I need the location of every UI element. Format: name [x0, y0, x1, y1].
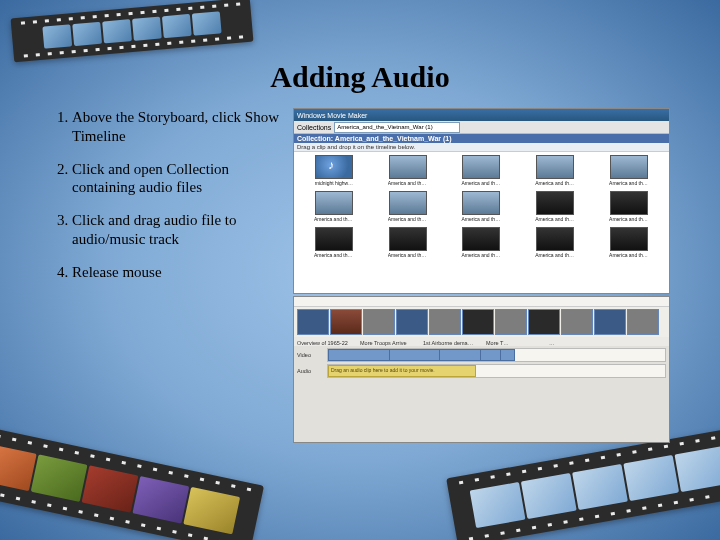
tl-storyboard-clip[interactable]: [594, 309, 626, 335]
tl-video-label: Video: [297, 352, 327, 358]
tl-storyboard-clip[interactable]: [396, 309, 428, 335]
mm-thumb[interactable]: America and the Vietna…: [520, 155, 590, 189]
music-icon: [315, 155, 353, 179]
step-2: Click and open Collection containing aud…: [72, 160, 285, 198]
step-4: Release mouse: [72, 263, 285, 282]
mm-collection-combo[interactable]: America_and_the_Vietnam_War (1): [334, 122, 460, 133]
step-3: Click and drag audio file to audio/music…: [72, 211, 285, 249]
tl-storyboard-clip[interactable]: [561, 309, 593, 335]
mm-thumb[interactable]: America and the Vietna…: [520, 227, 590, 261]
mm-thumb[interactable]: America and the Vietna…: [373, 155, 443, 189]
mm-thumb[interactable]: America and the Vietna…: [373, 191, 443, 225]
tl-storyboard-clip[interactable]: [495, 309, 527, 335]
slide-title: Adding Audio: [50, 60, 670, 94]
mm-thumb[interactable]: America and the Vietna…: [520, 191, 590, 225]
mm-toolbar-label: Collections: [297, 124, 331, 131]
tl-audio-label: Audio: [297, 368, 327, 374]
tl-audio-placeholder[interactable]: Drag an audio clip here to add it to you…: [328, 365, 476, 377]
moviemaker-timeline-screenshot: Overview of 1965-22 More Troops Arrive 1…: [293, 296, 670, 443]
steps-list: Above the Storyboard, click Show Timelin…: [50, 108, 285, 443]
tl-storyboard-clip[interactable]: [528, 309, 560, 335]
tl-storyboard-clip[interactable]: [330, 309, 362, 335]
mm-thumb[interactable]: America and the Vietna…: [594, 191, 664, 225]
mm-thumbnails-grid: midnight highw… America and the Vietna… …: [294, 152, 669, 293]
step-1: Above the Storyboard, click Show Timelin…: [72, 108, 285, 146]
mm-thumb-audio[interactable]: midnight highw…: [299, 155, 369, 189]
tl-storyboard-clip[interactable]: [297, 309, 329, 335]
mm-titlebar: Windows Movie Maker: [294, 109, 669, 121]
mm-collection-sub: Drag a clip and drop it on the timeline …: [294, 143, 669, 152]
tl-storyboard-clip[interactable]: [429, 309, 461, 335]
tl-storyboard-row: [294, 307, 669, 337]
tl-video-lane[interactable]: [327, 348, 666, 362]
mm-thumb[interactable]: America and the Vietna…: [594, 227, 664, 261]
mm-thumb[interactable]: America and the Vietna…: [447, 191, 517, 225]
mm-thumb[interactable]: America and the Vietna…: [447, 227, 517, 261]
mm-thumb[interactable]: America and the Vietna…: [299, 227, 369, 261]
mm-thumb[interactable]: America and the Vietna…: [594, 155, 664, 189]
tl-storyboard-clip[interactable]: [627, 309, 659, 335]
mm-thumb[interactable]: America and the Vietna…: [373, 227, 443, 261]
filmstrip-decoration-top: [11, 0, 254, 62]
tl-storyboard-clip[interactable]: [363, 309, 395, 335]
mm-collection-title: Collection: America_and_the_Vietnam_War …: [294, 134, 669, 143]
mm-thumb[interactable]: America and the Vietna…: [299, 191, 369, 225]
moviemaker-collection-screenshot: Windows Movie Maker Collections America_…: [293, 108, 670, 294]
tl-audio-lane[interactable]: Drag an audio clip here to add it to you…: [327, 364, 666, 378]
tl-storyboard-clip[interactable]: [462, 309, 494, 335]
mm-thumb[interactable]: America and the Vietna…: [447, 155, 517, 189]
tl-menubar: [294, 297, 669, 307]
